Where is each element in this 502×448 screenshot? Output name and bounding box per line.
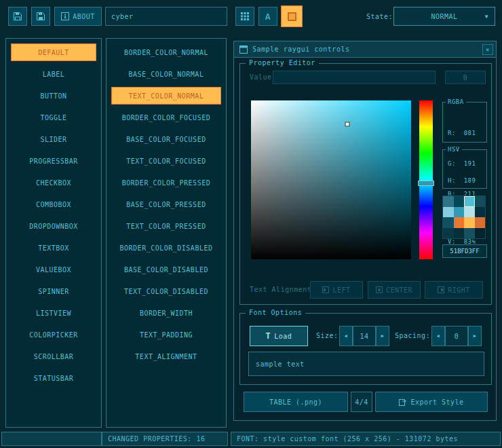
size-increase-button[interactable]: ▶ — [376, 326, 389, 346]
style-table-button[interactable] — [235, 7, 254, 26]
control-list-item[interactable]: VALUEBOX — [11, 261, 96, 278]
floppy-save-icon — [36, 12, 45, 21]
pages-value-box[interactable]: 4/4 — [351, 392, 372, 412]
property-list-item[interactable]: BASE_COLOR_NORMAL — [111, 65, 221, 83]
color-swatch[interactable] — [464, 196, 475, 207]
spacing-increase-button[interactable]: ▶ — [468, 326, 482, 346]
color-picker-area[interactable] — [251, 100, 411, 259]
color-swatch[interactable] — [475, 217, 486, 228]
about-button-label: ABOUT — [73, 13, 95, 20]
hue-slider[interactable] — [419, 100, 433, 259]
color-swatch[interactable] — [475, 228, 486, 239]
sample-text-input[interactable] — [248, 352, 484, 376]
control-list-item[interactable]: LABEL — [11, 65, 96, 83]
about-button[interactable]: ABOUT — [54, 7, 102, 26]
property-list-item[interactable]: BORDER_COLOR_FOCUSED — [111, 109, 221, 126]
value-zero-button[interactable]: 0 — [445, 71, 486, 84]
size-value-box[interactable]: 14 — [353, 326, 376, 346]
property-list-item[interactable]: BORDER_COLOR_PRESSED — [111, 174, 221, 191]
color-swatch[interactable] — [454, 207, 465, 218]
color-swatch[interactable] — [464, 217, 475, 228]
control-list-item[interactable]: DEFAULT — [11, 43, 96, 61]
hex-color-value[interactable]: 51BFD3FF — [442, 244, 487, 258]
property-list-item[interactable]: BORDER_COLOR_NORMAL — [111, 43, 221, 61]
close-icon[interactable]: ✕ — [482, 44, 493, 55]
property-list-item[interactable]: BORDER_COLOR_DISABLED — [111, 239, 221, 257]
color-swatch[interactable] — [443, 207, 454, 218]
property-list-item[interactable]: TEXT_ALIGNMENT — [111, 348, 221, 365]
property-list-item[interactable]: BASE_COLOR_PRESSED — [111, 195, 221, 213]
letter-a-icon: A — [265, 12, 271, 22]
property-list-item[interactable]: BASE_COLOR_FOCUSED — [111, 130, 221, 148]
control-list-item[interactable]: CHECKBOX — [11, 174, 96, 191]
hsv-h-value: H: 189 — [448, 176, 484, 186]
color-swatch[interactable] — [475, 207, 486, 218]
color-swatch[interactable] — [454, 228, 465, 239]
control-list-item[interactable]: PROGRESSBAR — [11, 152, 96, 170]
color-swatch[interactable] — [443, 196, 454, 207]
align-right-button[interactable]: RIGHT — [425, 281, 483, 299]
color-swatch[interactable] — [464, 228, 475, 239]
style-color-palette — [442, 195, 486, 239]
spacing-label: Spacing: — [395, 332, 430, 339]
value-input[interactable] — [273, 71, 436, 84]
spacing-decrease-button[interactable]: ◀ — [431, 326, 445, 346]
control-list-item[interactable]: SLIDER — [11, 130, 96, 148]
state-dropdown-value: NORMAL — [431, 13, 457, 20]
load-style-button[interactable] — [8, 7, 27, 26]
align-left-icon — [322, 286, 329, 293]
color-swatch[interactable] — [475, 196, 486, 207]
size-label: Size: — [316, 332, 339, 339]
save-style-button[interactable] — [31, 7, 50, 26]
chevron-down-icon: ▼ — [485, 14, 488, 20]
property-list-item[interactable]: BASE_COLOR_DISABLED — [111, 261, 221, 278]
statusbar-font-info: FONT: style custom font (256 x 256) - 13… — [231, 432, 501, 446]
property-list-item[interactable]: TEXT_COLOR_DISABLED — [111, 282, 221, 300]
color-swatch[interactable] — [454, 196, 465, 207]
export-style-button[interactable]: Export Style — [375, 392, 488, 412]
property-list-item[interactable]: TEXT_COLOR_PRESSED — [111, 217, 221, 235]
hsv-group-label: HSV — [446, 146, 462, 153]
properties-list: BORDER_COLOR_NORMAL BASE_COLOR_NORMAL TE… — [106, 38, 227, 428]
property-list-item[interactable]: TEXT_PADDING — [111, 326, 221, 343]
window-icon — [239, 45, 248, 54]
control-list-item[interactable]: BUTTON — [11, 87, 96, 105]
property-list-item[interactable]: TEXT_COLOR_FOCUSED — [111, 152, 221, 170]
floppy-icon — [13, 12, 22, 21]
state-dropdown[interactable]: NORMAL ▼ — [393, 7, 495, 26]
chevron-right-icon: ▶ — [474, 333, 477, 339]
control-list-item[interactable]: STATUSBAR — [11, 369, 96, 387]
control-list-item[interactable]: COLORPICKER — [11, 326, 96, 343]
property-list-item[interactable]: TEXT_COLOR_NORMAL — [111, 87, 221, 105]
color-picker-marker[interactable] — [345, 122, 349, 127]
color-swatch[interactable] — [464, 207, 475, 218]
font-load-button[interactable]: T Load — [250, 326, 308, 346]
toolbar: ABOUT A State: NORMAL ▼ — [0, 0, 502, 33]
align-center-button[interactable]: CENTER — [368, 281, 421, 299]
hue-slider-handle[interactable] — [418, 181, 434, 186]
export-icon — [399, 398, 407, 406]
color-swatch[interactable] — [443, 228, 454, 239]
size-decrease-button[interactable]: ◀ — [339, 326, 353, 346]
color-swatch[interactable] — [443, 217, 454, 228]
control-list-item[interactable]: LISTVIEW — [11, 304, 96, 322]
color-edit-toggle-button[interactable] — [281, 5, 303, 27]
control-list-item[interactable]: SCROLLBAR — [11, 348, 96, 365]
spacing-value-box[interactable]: 0 — [445, 326, 468, 346]
color-swatch[interactable] — [454, 217, 465, 228]
info-icon — [61, 12, 69, 20]
font-settings-button[interactable]: A — [258, 7, 277, 26]
window-titlebar[interactable]: Sample raygui controls ✕ — [234, 41, 496, 58]
text-alignment-label: Text Alignment: — [250, 286, 309, 293]
control-list-item[interactable]: DROPDOWNBOX — [11, 217, 96, 235]
style-name-input[interactable] — [105, 7, 227, 26]
control-list-item[interactable]: SPINNER — [11, 282, 96, 300]
window-title: Sample raygui controls — [252, 45, 349, 53]
align-left-button[interactable]: LEFT — [310, 281, 363, 299]
control-list-item[interactable]: TEXTBOX — [11, 239, 96, 257]
control-list-item[interactable]: COMBOBOX — [11, 195, 96, 213]
property-list-item[interactable]: BORDER_WIDTH — [111, 304, 221, 322]
control-list-item[interactable]: TOGGLE — [11, 109, 96, 126]
table-png-button[interactable]: TABLE (.png) — [244, 392, 348, 412]
grid-icon — [240, 12, 250, 21]
